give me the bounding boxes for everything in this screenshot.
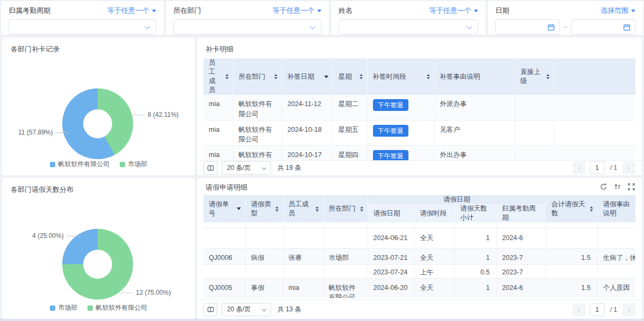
prev-page-button[interactable]: ‹ [573,303,586,316]
chart-callout: 11 (57.89%) [18,129,69,136]
panel-title: 请假申请明细 [197,178,642,195]
department-select[interactable] [173,19,321,35]
table-row[interactable]: 2024-06-21 全天 1 2024-6 [203,228,635,248]
table-row[interactable]: QJ0005 事假 mia 帆软软件有限公司 2024-06-20 全天 1 2… [203,278,635,298]
subcolumn-header-days[interactable]: 请假天数小计 [455,204,496,222]
recheck-chart-panel: 各部门补卡记录 8 (42.11%) 11 (57.89%) 帆软软件有限公司 … [2,38,195,175]
leave-period-cell: 全天 [414,228,455,248]
page-size-select[interactable]: 20 条/页 [222,303,271,316]
sort-icon[interactable] [274,74,277,79]
leave-days-cell: 1 [455,248,496,264]
next-page-button[interactable]: › [623,303,635,316]
column-header-empty [554,58,635,95]
page-size-select[interactable]: 20 条/页 [222,161,271,175]
legend-swatch [120,162,125,167]
subcolumn-header-date[interactable]: 请假日期 [368,204,414,222]
horizontal-scrollbar[interactable] [0,319,644,321]
sort-icon[interactable] [275,206,279,212]
timeslot-badge: 下午签退 [373,99,408,111]
column-header-timeslot[interactable]: 补签时间段 [367,58,434,95]
current-page-input[interactable]: 1 [590,303,605,316]
sort-desc-icon[interactable] [324,76,328,78]
table-row[interactable] [203,222,635,228]
filter-operator-dropdown[interactable]: 等于任意一个 [273,6,321,16]
chart-callout: 8 (42.11%) [131,111,179,118]
sort-icon[interactable] [427,74,430,79]
calendar-icon [547,24,555,31]
table-row[interactable]: mia 帆软软件有限公司 2024-10-17 星期四 下午签退 外出办事 [203,145,635,160]
column-header-leave-id[interactable]: 请假单号 [203,195,245,222]
leave-id-cell [203,228,245,248]
sort-icon[interactable] [225,74,229,79]
expand-icon[interactable] [628,183,635,190]
sort-icon[interactable] [546,74,550,79]
legend-item[interactable]: 帆软软件有限公司 [50,160,110,169]
timeslot-cell: 下午签退 [367,145,434,160]
table-row[interactable]: mia 帆软软件有限公司 2024-10-18 星期五 下午签退 见客户 [203,120,635,145]
legend-item[interactable]: 帆软软件有限公司 [87,303,148,312]
legend-item[interactable]: 市场部 [120,160,148,169]
reason-cell: 外派办事 [434,95,515,120]
sort-icon[interactable] [590,206,593,212]
leave-id-cell [203,264,245,278]
filter-operator-dropdown[interactable]: 选择范围 [601,6,635,16]
filter-card-date: 日期 选择范围 ~ [488,1,643,35]
filter-label: 所在部门 [173,6,201,16]
date-end-input[interactable] [571,19,635,35]
subcolumn-header-period[interactable]: 请假时段 [414,204,455,222]
panel-title: 各部门请假天数分布 [2,178,195,199]
cycle-cell: 2023-7 [496,248,546,264]
legend-item[interactable]: 市场部 [50,303,78,312]
department-cell [323,228,368,248]
column-header-weekday[interactable]: 星期 [333,58,367,95]
pagination-panel-icon [207,165,214,171]
table-body: mia 帆软软件有限公司 2024-11-12 星期二 下午签退 外派办事 mi… [197,95,642,160]
refresh-icon[interactable] [600,183,607,190]
sort-icon[interactable] [360,74,363,79]
prev-page-button[interactable]: ‹ [573,161,586,174]
table-row[interactable]: mia 帆软软件有限公司 2024-11-12 星期二 下午签退 外派办事 [203,95,635,120]
leave-date-cell: 2023-07-21 [368,248,414,264]
column-header-date[interactable]: 补签日期 [282,58,333,95]
attendance-period-select[interactable] [9,19,156,35]
name-select[interactable] [339,19,478,35]
column-header-employee[interactable]: 员工成员 [203,58,233,95]
cycle-cell: 2023-7 [496,264,546,278]
department-cell: 帆软软件有限公司 [233,95,282,120]
filter-operator-dropdown[interactable]: 等于任意一个 [429,6,478,16]
date-cell: 2024-10-17 [282,145,333,160]
table-row[interactable]: 2023-07-24 上午 0.5 2023-7 [203,264,635,278]
supervisor-cell [515,95,554,120]
subcolumn-header-cycle[interactable]: 归属考勤周期 [496,204,546,222]
filter-operator-dropdown[interactable]: 等于任意一个 [107,6,156,16]
column-header-reason[interactable]: 补签事由说明 [434,58,515,95]
caret-down-icon [474,10,478,12]
sort-settings-icon[interactable] [614,183,621,190]
column-header-leave-type[interactable]: 请假类型 [245,195,283,222]
leave-period-cell: 上午 [414,264,455,278]
column-header-department[interactable]: 所在部门 [233,58,282,95]
donut-chart-recheck[interactable] [62,88,133,159]
next-page-button[interactable]: › [623,161,635,174]
column-header-supervisor[interactable]: 直接上级 [515,58,554,95]
column-header-department[interactable]: 所在部门 [323,195,368,222]
pagination-collapse-button[interactable] [203,161,217,175]
column-header-employee[interactable]: 员工成员 [283,195,323,222]
column-header-leave-reason[interactable]: 请假事由说明 [597,195,635,222]
column-header-total-days[interactable]: 合计请假天数 [546,195,597,222]
sort-desc-icon[interactable] [237,207,241,210]
leave-type-cell [245,228,283,248]
leave-reason-cell: 个人原因 [597,278,635,298]
date-range-separator: ~ [564,23,568,31]
dashboard: 归属考勤周期 等于任意一个 所在部门 等于任意一个 姓名 等于任意一个 日期 选… [0,0,644,321]
pagination-collapse-button[interactable] [203,303,217,316]
panel-toolbar [600,183,635,190]
date-start-input[interactable] [495,19,560,35]
panel-title: 补卡明细 [197,38,642,58]
total-count: 共 13 条 [277,305,301,314]
current-page-input[interactable]: 1 [590,161,605,174]
sort-icon[interactable] [316,206,319,212]
table-row[interactable]: QJ0006 病假 张睿 市场部 2023-07-21 全天 1 2023-7 … [203,248,635,264]
supervisor-cell [515,120,554,145]
sort-icon[interactable] [360,206,363,212]
